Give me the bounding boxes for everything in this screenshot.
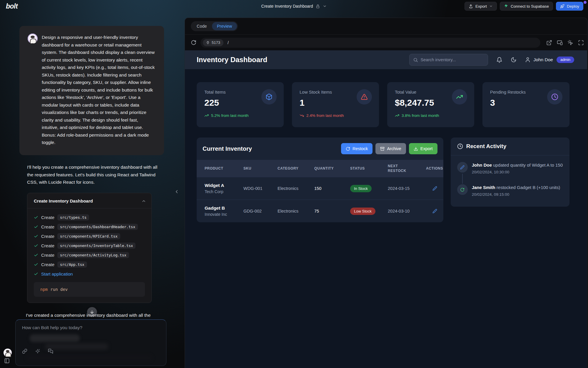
step-file-chip[interactable]: src/components/ActivityLog.tsx: [57, 252, 129, 258]
step-file-chip[interactable]: src/components/InventoryTable.tsx: [57, 243, 136, 249]
lock-icon: [315, 4, 320, 9]
dark-mode-toggle-icon[interactable]: [511, 57, 517, 63]
product-name: Widget A: [205, 183, 243, 188]
address-field[interactable]: 5173 /: [201, 38, 540, 48]
kpi-card-total-items: Total Items 225 5.2% from last month: [197, 82, 284, 127]
step-file-chip[interactable]: src/components/KPICard.tsx: [57, 233, 120, 239]
step-action: Create: [41, 234, 54, 239]
sparkles-icon[interactable]: [35, 349, 40, 354]
restock-button[interactable]: Restock: [341, 143, 372, 154]
deploy-button[interactable]: Deploy: [556, 2, 583, 11]
inventory-title: Current Inventory: [203, 145, 252, 152]
export-label: Export: [420, 146, 433, 151]
activity-actor: Jane Smith: [472, 185, 495, 190]
column-header: Product: [205, 166, 243, 170]
trending-down-icon: [300, 113, 304, 118]
bolt-workbench: bolt Create Inventory Dashboard Export C…: [0, 0, 588, 368]
check-icon: [34, 272, 38, 276]
step-action: Create: [41, 215, 54, 220]
link-icon[interactable]: [22, 349, 27, 354]
check-icon: [34, 234, 38, 238]
blurred-suggestion: [45, 343, 108, 350]
quantity-cell: 150: [314, 186, 350, 191]
kpi-trend-text: 2.4% from last month: [306, 113, 344, 118]
project-title-menu[interactable]: Create Inventory Dashboard: [261, 0, 327, 12]
project-title: Create Inventory Dashboard: [261, 4, 313, 9]
step-action: Create: [41, 224, 54, 229]
start-application-link[interactable]: Start application: [41, 271, 73, 276]
restock-label: Restock: [353, 146, 368, 151]
collapse-chat-handle[interactable]: [174, 189, 179, 194]
assistant-intro-text: I'll help you create a comprehensive inv…: [27, 163, 163, 186]
chat-bubbles-icon[interactable]: [48, 349, 53, 354]
user-icon[interactable]: [525, 57, 531, 63]
download-icon: [414, 147, 418, 151]
connect-supabase-button[interactable]: Connect to Supabase: [500, 2, 553, 11]
step-file-chip[interactable]: src/types.ts: [57, 214, 89, 221]
pencil-icon: [460, 165, 465, 170]
chevron-up-icon[interactable]: [141, 199, 146, 203]
chat-input-box: [15, 319, 166, 366]
task-card: Create Inventory Dashboard Createsrc/typ…: [27, 193, 152, 303]
supplier-name: Innovate Inc: [205, 212, 243, 217]
open-external-icon[interactable]: [546, 40, 552, 46]
alert-triangle-icon: [361, 93, 368, 100]
tab-code[interactable]: Code: [192, 22, 212, 30]
edit-pencil-icon[interactable]: [432, 186, 443, 191]
check-icon: [34, 243, 38, 248]
account-avatar[interactable]: [4, 349, 12, 357]
search-input[interactable]: [421, 57, 484, 62]
bell-icon[interactable]: [496, 57, 502, 63]
terminal-command[interactable]: npmrun dev: [34, 282, 145, 297]
sidebar-toggle-icon[interactable]: [4, 358, 10, 364]
category-cell: Electronics: [278, 209, 314, 213]
sku-cell: GDG-002: [243, 209, 278, 213]
table-row[interactable]: Gadget BInnovate Inc GDG-002 Electronics…: [197, 200, 443, 222]
url-path: /: [228, 40, 229, 45]
top-bar: bolt Create Inventory Dashboard Export C…: [0, 0, 588, 12]
chevron-down-icon: [489, 4, 493, 8]
port-pill[interactable]: 5173: [203, 39, 223, 46]
chat-input-toolbar: [22, 349, 53, 354]
kpi-row: Total Items 225 5.2% from last month Low…: [197, 82, 569, 127]
archive-button[interactable]: Archive: [375, 143, 406, 154]
inspect-cursor-icon[interactable]: [567, 40, 573, 46]
product-name: Gadget B: [205, 205, 243, 211]
user-message-text: Design a responsive and user-friendly in…: [42, 34, 155, 146]
next-restock-cell: 2024-03-10: [388, 209, 426, 213]
edit-pencil-icon[interactable]: [432, 209, 443, 213]
check-icon: [34, 225, 38, 229]
trending-up-icon: [395, 113, 399, 118]
supplier-name: Tech Corp: [205, 189, 243, 194]
check-icon: [34, 253, 38, 257]
task-card-header[interactable]: Create Inventory Dashboard: [27, 193, 151, 208]
export-csv-button[interactable]: Export: [409, 143, 437, 154]
refresh-icon[interactable]: [191, 40, 196, 45]
dashboard-main: Total Items 225 5.2% from last month Low…: [185, 69, 587, 222]
tab-preview[interactable]: Preview: [212, 22, 237, 30]
bolt-logo[interactable]: bolt: [6, 2, 18, 10]
search-icon: [413, 57, 418, 62]
task-card-title: Create Inventory Dashboard: [34, 198, 93, 203]
chevron-down-icon[interactable]: [323, 4, 327, 8]
table-row[interactable]: Widget ATech Corp WDG-001 Electronics 15…: [197, 177, 443, 200]
rocket-icon: [560, 4, 564, 9]
step-action: Create: [41, 262, 54, 267]
devices-icon[interactable]: [557, 40, 563, 46]
activity-timestamp: 20/02/2024, 09:15:00: [472, 192, 563, 197]
kpi-trend-text: 5.2% from last month: [211, 113, 249, 118]
kpi-card-total-value: Total Value $8,247.75 3.8% from last mon…: [387, 82, 474, 127]
trending-up-icon: [204, 113, 209, 118]
fullscreen-icon[interactable]: [578, 40, 584, 46]
column-header: Quantity: [314, 166, 350, 170]
step-file-chip[interactable]: src/App.tsx: [57, 261, 87, 268]
step-file-chip[interactable]: src/components/DashboardHeader.tsx: [57, 224, 138, 230]
chat-input[interactable]: [16, 320, 166, 336]
timeline-connector: [462, 174, 463, 184]
recent-activity-card: Recent Activity John Doe updated quantit…: [451, 137, 569, 207]
activity-item: John Doe updated quantity of Widget A to…: [457, 162, 563, 180]
export-button[interactable]: Export: [465, 2, 497, 11]
user-message: Design a responsive and user-friendly in…: [19, 26, 164, 155]
supabase-bolt-icon: [504, 4, 508, 9]
view-toggle: Code Preview: [191, 21, 238, 31]
